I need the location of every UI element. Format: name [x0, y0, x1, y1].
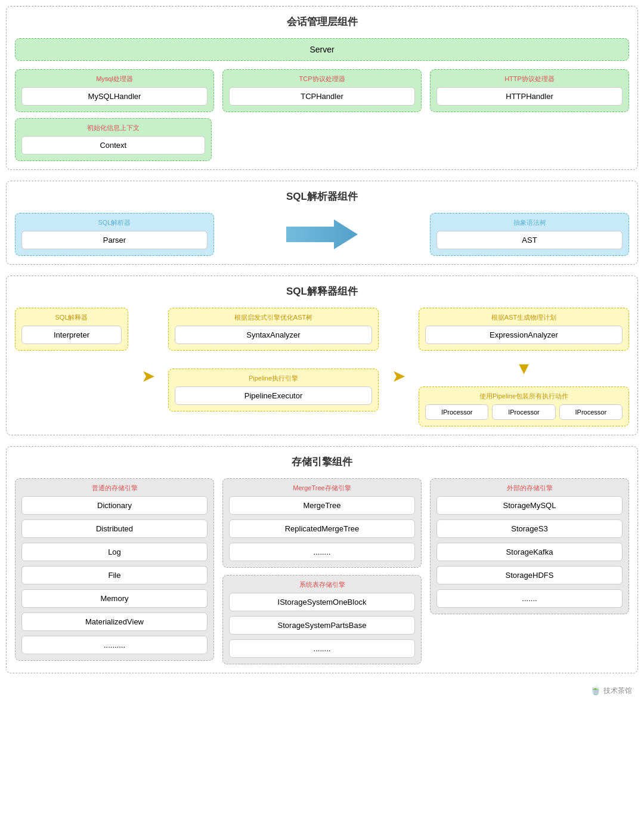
ordinary-item-0: Dictionary	[21, 496, 208, 515]
ast-label: 抽象语法树	[436, 218, 623, 227]
arrow2-icon: ➤	[387, 348, 410, 386]
ordinary-col: 普通的存储引擎 Dictionary Distributed Log File …	[15, 478, 214, 661]
iprocessors-outer: 使用Pipeline包装所有执行动作 IProcessor IProcessor…	[419, 386, 629, 426]
ordinary-item-5: MaterializedView	[21, 612, 208, 631]
external-item-3: StorageHDFS	[436, 566, 623, 584]
http-handler-col: HTTP协议处理器 HTTPHandler	[430, 69, 629, 112]
parser-arrow-container	[222, 219, 422, 249]
ordinary-item-1: Distributed	[21, 519, 208, 538]
iprocessor-3: IProcessor	[559, 404, 623, 420]
svg-marker-0	[286, 219, 358, 249]
interpreter-section: SQL解释器组件 SQL解释器 Interpreter ➤ 根据启发式引擎优化A…	[6, 276, 638, 435]
iprocessors-row: IProcessor IProcessor IProcessor	[425, 404, 623, 420]
mergetree-outer: MergeTree存储引擎 MergeTree ReplicatedMergeT…	[222, 478, 422, 568]
right-col: 根据AST生成物理计划 ExpressionAnalyzer ▼ 使用Pipel…	[419, 308, 629, 426]
context-row: 初始化信息上下文 Context	[15, 118, 212, 161]
system-item-1: StorageSystemPartsBase	[229, 616, 415, 635]
system-label: 系统表存储引擎	[229, 580, 415, 589]
ast-col: 抽象语法树 AST	[430, 213, 629, 256]
expression-analyzer-component: ExpressionAnalyzer	[425, 326, 623, 344]
mysql-handler-outer: Mysql处理器 MySQLHandler	[15, 69, 214, 112]
expression-analyzer-label: 根据AST生成物理计划	[425, 313, 623, 322]
middle-col: 根据启发式引擎优化AST树 SyntaxAnalyzer Pipeline执行引…	[168, 308, 379, 412]
pipeline-executor-component: PipelineExecutor	[175, 386, 372, 405]
parser-section: SQL解析器组件 SQL解析器 Parser 抽象语法树	[6, 181, 638, 265]
server-label: Server	[309, 45, 334, 54]
ordinary-outer: 普通的存储引擎 Dictionary Distributed Log File …	[15, 478, 214, 661]
system-item-2: ........	[229, 639, 415, 658]
system-item-0: IStorageSystemOneBlock	[229, 593, 415, 611]
session-section: 会话管理层组件 Server Mysql处理器 MySQLHandler TCP…	[6, 6, 638, 170]
parser-col: SQL解析器 Parser	[15, 213, 214, 256]
arrow-down-icon: ▼	[419, 357, 629, 380]
context-outer: 初始化信息上下文 Context	[15, 118, 212, 161]
ordinary-item-2: Log	[21, 543, 208, 561]
parser-row: SQL解析器 Parser 抽象语法树 AST	[15, 213, 629, 256]
storage-title: 存储引擎组件	[15, 453, 629, 471]
interpreter-title: SQL解释器组件	[15, 282, 629, 301]
mergetree-item-0: MergeTree	[229, 496, 415, 515]
system-outer: 系统表存储引擎 IStorageSystemOneBlock StorageSy…	[222, 575, 422, 664]
session-handlers-row: Mysql处理器 MySQLHandler TCP协议处理器 TCPHandle…	[15, 69, 629, 112]
mergetree-item-2: ........	[229, 543, 415, 561]
storage-section: 存储引擎组件 普通的存储引擎 Dictionary Distributed Lo…	[6, 446, 638, 673]
tcp-handler-outer: TCP协议处理器 TCPHandler	[222, 69, 422, 112]
external-item-1: StorageS3	[436, 519, 623, 538]
syntax-analyzer-label: 根据启发式引擎优化AST树	[175, 313, 372, 322]
context-label: 初始化信息上下文	[21, 123, 205, 132]
watermark-text: 技术茶馆	[603, 686, 632, 695]
pipeline-executor-outer: Pipeline执行引擎 PipelineExecutor	[168, 369, 379, 412]
parser-component: Parser	[21, 231, 208, 249]
iprocessors-label: 使用Pipeline包装所有执行动作	[425, 392, 623, 401]
storage-row: 普通的存储引擎 Dictionary Distributed Log File …	[15, 478, 629, 664]
watermark: 🍵 技术茶馆	[6, 684, 638, 696]
session-title: 会话管理层组件	[15, 13, 629, 31]
interpreter-component: Interpreter	[21, 326, 122, 344]
external-item-2: StorageKafka	[436, 543, 623, 561]
syntax-analyzer-component: SyntaxAnalyzer	[175, 326, 372, 344]
ordinary-item-3: File	[21, 566, 208, 584]
external-item-4: .......	[436, 589, 623, 608]
tcp-handler-label: TCP协议处理器	[229, 75, 415, 83]
ordinary-item-4: Memory	[21, 589, 208, 608]
expression-analyzer-outer: 根据AST生成物理计划 ExpressionAnalyzer	[419, 308, 629, 351]
mysql-handler-label: Mysql处理器	[21, 75, 208, 83]
external-label: 外部的存储引擎	[436, 484, 623, 493]
http-handler-label: HTTP协议处理器	[436, 75, 623, 83]
mergetree-item-1: ReplicatedMergeTree	[229, 519, 415, 538]
mysql-handler-col: Mysql处理器 MySQLHandler	[15, 69, 214, 112]
syntax-analyzer-outer: 根据启发式引擎优化AST树 SyntaxAnalyzer	[168, 308, 379, 351]
iprocessor-2: IProcessor	[492, 404, 555, 420]
http-handler-component: HTTPHandler	[436, 87, 623, 106]
pipeline-executor-label: Pipeline执行引擎	[175, 374, 372, 383]
external-outer: 外部的存储引擎 StorageMySQL StorageS3 StorageKa…	[430, 478, 629, 614]
tcp-handler-col: TCP协议处理器 TCPHandler	[222, 69, 422, 112]
interpreter-col: SQL解释器 Interpreter	[15, 308, 128, 351]
iprocessor-1: IProcessor	[425, 404, 488, 420]
parser-title: SQL解析器组件	[15, 187, 629, 206]
ordinary-item-6: ..........	[21, 636, 208, 654]
blue-arrow-icon	[286, 219, 358, 249]
mergetree-col: MergeTree存储引擎 MergeTree ReplicatedMergeT…	[222, 478, 422, 664]
external-col: 外部的存储引擎 StorageMySQL StorageS3 StorageKa…	[430, 478, 629, 614]
mysql-handler-component: MySQLHandler	[21, 87, 208, 106]
interpreter-main-row: SQL解释器 Interpreter ➤ 根据启发式引擎优化AST树 Synta…	[15, 308, 629, 426]
ordinary-label: 普通的存储引擎	[21, 484, 208, 493]
interpreter-inner-label: SQL解释器	[21, 313, 122, 322]
context-component: Context	[21, 136, 205, 154]
http-handler-outer: HTTP协议处理器 HTTPHandler	[430, 69, 629, 112]
mergetree-label: MergeTree存储引擎	[229, 484, 415, 493]
ast-outer: 抽象语法树 AST	[430, 213, 629, 256]
tcp-handler-component: TCPHandler	[229, 87, 415, 106]
server-box: Server	[15, 38, 629, 61]
interpreter-outer: SQL解释器 Interpreter	[15, 308, 128, 351]
ast-component: AST	[436, 231, 623, 249]
parser-label: SQL解析器	[21, 218, 208, 227]
parser-outer: SQL解析器 Parser	[15, 213, 214, 256]
arrow1-icon: ➤	[137, 348, 160, 386]
external-item-0: StorageMySQL	[436, 496, 623, 515]
